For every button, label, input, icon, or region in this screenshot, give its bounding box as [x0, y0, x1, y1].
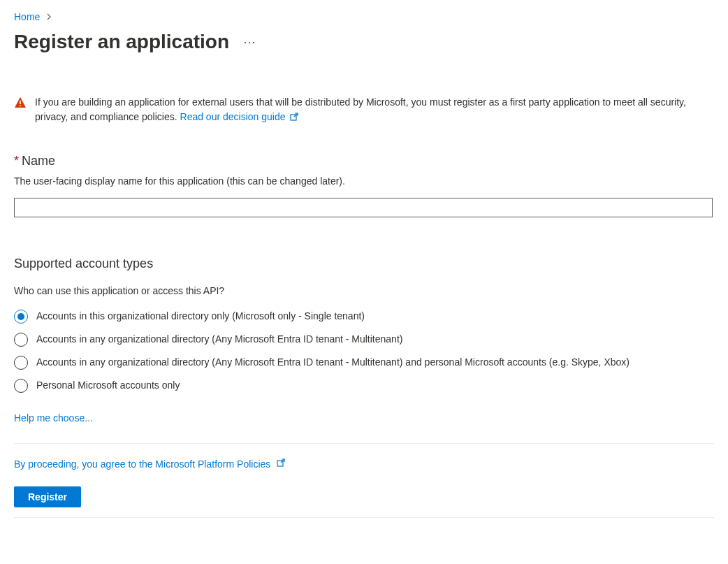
radio-button-icon	[14, 333, 28, 347]
radio-label: Accounts in this organizational director…	[36, 309, 365, 324]
divider	[14, 517, 714, 518]
radio-label: Accounts in any organizational directory…	[36, 332, 402, 347]
radio-single-tenant[interactable]: Accounts in this organizational director…	[14, 309, 713, 324]
more-menu-icon[interactable]: ⋯	[243, 34, 256, 50]
title-row: Register an application ⋯	[14, 31, 714, 53]
register-button[interactable]: Register	[14, 486, 81, 507]
footer: By proceeding, you agree to the Microsof…	[14, 444, 714, 507]
info-banner-message: If you are building an application for e…	[35, 96, 686, 122]
name-field-label: *Name	[14, 154, 714, 168]
required-indicator: *	[14, 154, 19, 168]
info-banner: If you are building an application for e…	[14, 95, 713, 126]
external-link-icon	[289, 111, 299, 126]
account-types-heading: Supported account types	[14, 256, 714, 271]
breadcrumb: Home	[14, 11, 714, 22]
external-link-icon	[272, 458, 286, 470]
chevron-right-icon	[47, 11, 52, 22]
svg-rect-1	[20, 106, 21, 107]
account-types-radio-group: Accounts in this organizational director…	[14, 309, 713, 393]
account-types-subheading: Who can use this application or access t…	[14, 285, 714, 296]
breadcrumb-home-link[interactable]: Home	[14, 11, 40, 22]
page-title: Register an application	[14, 31, 229, 53]
radio-button-icon	[14, 310, 28, 324]
warning-icon	[14, 96, 27, 111]
name-input[interactable]	[14, 198, 713, 217]
help-me-choose-link[interactable]: Help me choose...	[14, 412, 93, 424]
svg-rect-0	[20, 101, 21, 104]
name-field-description: The user-facing display name for this ap…	[14, 175, 714, 187]
radio-label: Personal Microsoft accounts only	[36, 378, 180, 393]
name-field-section: *Name The user-facing display name for t…	[14, 154, 714, 217]
radio-button-icon	[14, 356, 28, 370]
radio-multitenant-personal[interactable]: Accounts in any organizational directory…	[14, 355, 713, 370]
radio-personal-only[interactable]: Personal Microsoft accounts only	[14, 378, 713, 393]
decision-guide-link[interactable]: Read our decision guide	[180, 111, 300, 122]
radio-button-icon	[14, 379, 28, 393]
platform-policies-link[interactable]: By proceeding, you agree to the Microsof…	[14, 458, 286, 470]
radio-label: Accounts in any organizational directory…	[36, 355, 629, 370]
info-banner-text: If you are building an application for e…	[35, 95, 713, 126]
radio-multitenant[interactable]: Accounts in any organizational directory…	[14, 332, 713, 347]
